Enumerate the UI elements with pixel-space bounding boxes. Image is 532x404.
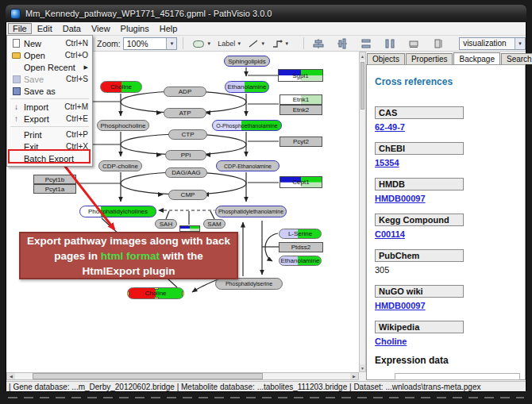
align-center-y-icon: [337, 38, 348, 49]
chevron-down-icon: ▼: [284, 41, 289, 46]
node-sah[interactable]: SAH: [155, 219, 177, 229]
canvas-horizontal-scrollbar[interactable]: ◀ ▶: [6, 372, 359, 380]
xref-link[interactable]: 15354: [375, 158, 525, 167]
align-center-y-button[interactable]: [335, 37, 349, 50]
zoom-combobox[interactable]: 100% ▼: [123, 37, 178, 50]
canvas-vertical-scrollbar[interactable]: ▲ ▼: [359, 52, 366, 372]
xref-link[interactable]: 62-49-7: [375, 122, 525, 132]
chevron-down-icon[interactable]: ▼: [515, 38, 525, 49]
distribute-horizontal-button[interactable]: [359, 37, 373, 50]
xref-title: NuGO wiki: [375, 285, 464, 298]
distribute-vertical-button[interactable]: [383, 37, 397, 50]
tab-properties[interactable]: Properties: [406, 53, 453, 64]
node-sam[interactable]: SAM: [203, 219, 226, 229]
side-panel-tabs: Objects Properties Backpage Search Legen…: [366, 52, 526, 64]
file-menu-export[interactable]: ↑ ExportCtrl+E: [7, 113, 92, 125]
align-center-x-button[interactable]: [311, 37, 326, 50]
title-bar[interactable]: Mm_Kennedy_pathway_WP1771_45176.gpml - P…: [6, 5, 526, 22]
node-ctp[interactable]: CTP: [168, 129, 207, 140]
node-choline-top[interactable]: Choline: [100, 81, 142, 93]
common-width-button[interactable]: [407, 37, 421, 50]
scroll-right-icon[interactable]: ▶: [350, 373, 358, 379]
genebox-etnk1[interactable]: Etnk1: [279, 94, 322, 105]
node-sphingolipids[interactable]: Sphingolipids: [224, 56, 270, 67]
common-height-button[interactable]: [430, 37, 445, 50]
scroll-up-icon[interactable]: ▲: [360, 52, 365, 60]
open-folder-icon: [10, 52, 22, 59]
connector-tool-button[interactable]: ▼: [270, 37, 291, 50]
xref-link[interactable]: C00114: [375, 229, 525, 239]
genebox-pcyt1b[interactable]: Pcyt1b: [33, 175, 76, 184]
node-dag-aag[interactable]: DAG/AAG: [165, 167, 207, 178]
genebox-etnk2[interactable]: Etnk2: [279, 105, 322, 115]
genebox-cept1[interactable]: Cept1: [279, 176, 322, 188]
menu-view[interactable]: View: [87, 23, 115, 34]
node-cdp-choline[interactable]: CDP-choline: [98, 160, 142, 171]
node-cdp-ethanolamine[interactable]: CDP-Ethanolamine: [216, 160, 279, 171]
datanode-tool-button[interactable]: ▼: [191, 37, 213, 50]
menu-help[interactable]: Help: [155, 23, 183, 34]
menu-edit[interactable]: Edit: [33, 23, 57, 34]
callout-highlight: html format: [101, 250, 160, 262]
menu-plugins[interactable]: Plugins: [116, 23, 154, 34]
node-phosphatidylcholines[interactable]: Phosphatidylcholines: [79, 206, 156, 217]
xref-title: PubChem: [375, 249, 464, 262]
file-menu-open-recent[interactable]: Open Recent▶: [7, 61, 92, 73]
menu-data[interactable]: Data: [58, 23, 86, 34]
selection-handle[interactable]: [127, 291, 129, 296]
genebox-pcyt1a[interactable]: Pcyt1a: [33, 184, 76, 194]
node-ppi[interactable]: PPi: [165, 150, 206, 160]
label-tool-text: Label: [218, 40, 235, 48]
label-tool-button[interactable]: Label ▼: [216, 37, 243, 50]
side-panel: Objects Properties Backpage Search Legen…: [366, 52, 526, 380]
node-choline-selected[interactable]: Choline: [127, 287, 184, 299]
vertical-scroll-thumb[interactable]: [360, 62, 364, 110]
visualization-value: visualization: [460, 39, 515, 48]
xref-link[interactable]: HMDB00097: [375, 194, 525, 203]
node-l-serine[interactable]: L-Serine: [279, 229, 322, 239]
xref-link[interactable]: Choline: [375, 337, 525, 346]
node-ethanolamine-bottom[interactable]: Ethanolamine: [279, 256, 322, 266]
genebox-partially-hidden[interactable]: [179, 225, 200, 232]
panel-bottom-field: [395, 373, 520, 380]
scroll-left-icon[interactable]: ◀: [7, 373, 15, 379]
batch-export-highlight-box: [8, 149, 91, 164]
node-adp[interactable]: ADP: [164, 87, 206, 97]
visualization-combobox[interactable]: visualization ▼: [459, 37, 526, 50]
tab-search[interactable]: Search: [501, 53, 532, 64]
zoom-dropdown-icon[interactable]: ▼: [166, 38, 176, 49]
file-menu-save[interactable]: SaveCtrl+S: [7, 73, 92, 85]
tab-objects[interactable]: Objects: [367, 53, 405, 64]
genebox-sgpl1[interactable]: Sgpl1: [278, 69, 323, 82]
zoom-label: Zoom:: [97, 39, 121, 48]
file-menu-new[interactable]: NewCtrl+N: [7, 37, 92, 49]
node-phosphatidylethanolamine[interactable]: Phosphatidylethanolamine: [215, 206, 287, 217]
node-cmp[interactable]: CMP: [168, 190, 207, 200]
node-atp[interactable]: ATP: [164, 108, 206, 118]
tab-backpage[interactable]: Backpage: [453, 52, 499, 64]
file-menu-print[interactable]: PrintCtrl+P: [7, 129, 92, 140]
export-icon: ↑: [10, 115, 22, 123]
genebox-ptdss2[interactable]: Ptdss2: [279, 242, 323, 252]
selection-handle[interactable]: [154, 297, 159, 299]
file-menu-open[interactable]: OpenCtrl+O: [7, 49, 92, 61]
node-phosphocholine[interactable]: Phosphocholine: [97, 120, 149, 131]
xref-value: 305: [375, 265, 525, 275]
node-ethanolamine-top[interactable]: Ethanolamine: [225, 81, 269, 93]
horizontal-scroll-thumb[interactable]: [33, 373, 263, 379]
file-menu-save-as[interactable]: Save as: [7, 85, 92, 97]
window-title: Mm_Kennedy_pathway_WP1771_45176.gpml - P…: [25, 9, 272, 18]
line-tool-button[interactable]: ▼: [246, 37, 267, 50]
cross-references-heading: Cross references: [375, 76, 525, 87]
node-o-phosphoethanolamine[interactable]: O-Phosphoethanolamine: [212, 120, 282, 131]
line-icon: [248, 39, 259, 48]
menu-file[interactable]: File: [8, 23, 32, 34]
genebox-pcyt2[interactable]: Pcyt2: [279, 137, 322, 147]
xref-section-cas: CAS 62-49-7: [375, 105, 525, 132]
selection-handle[interactable]: [154, 287, 159, 290]
xref-link[interactable]: HMDB00097: [375, 301, 525, 310]
node-phosphatidylserine[interactable]: Phosphatidylserine: [215, 278, 283, 290]
file-menu-import[interactable]: ↓ ImportCtrl+M: [7, 101, 92, 113]
scroll-down-icon[interactable]: ▼: [360, 364, 365, 371]
expression-data-heading: Expression data: [375, 355, 525, 366]
